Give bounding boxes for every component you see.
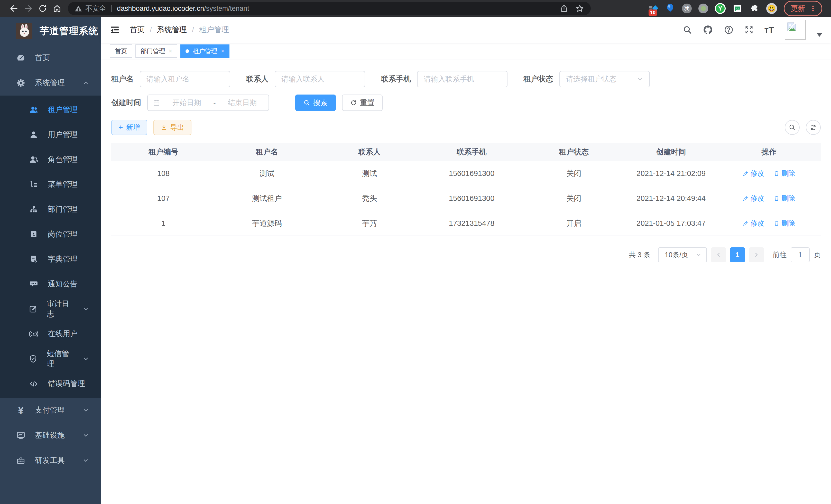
browser-home-icon[interactable] [50, 1, 64, 16]
page-size-select[interactable]: 10条/页 [658, 247, 707, 262]
search-button[interactable]: 搜索 [295, 94, 336, 111]
github-icon[interactable] [703, 25, 713, 35]
sidebar-item-roles[interactable]: 角色管理 [0, 147, 101, 172]
sidebar-item-label: 审计日志 [47, 299, 73, 319]
sidebar-item-dev-tools[interactable]: 研发工具 [0, 448, 101, 473]
breadcrumb-system[interactable]: 系统管理 [157, 25, 187, 35]
tab-label: 租户管理 [193, 47, 218, 55]
tab-home[interactable]: 首页 [110, 45, 132, 58]
address-bar[interactable]: 不安全 dashboard.yudao.iocoder.cn/system/te… [68, 2, 591, 15]
sidebar-item-label: 系统管理 [35, 78, 65, 88]
close-icon[interactable]: × [221, 48, 224, 55]
sidebar-item-users[interactable]: 用户管理 [0, 122, 101, 147]
status-select-input[interactable] [566, 75, 636, 83]
sidebar-item-infrastructure[interactable]: 基础设施 [0, 423, 101, 448]
breadcrumb-separator: / [192, 26, 194, 34]
active-tab-dot [185, 49, 189, 53]
cell-contact: 芋艿 [318, 211, 421, 236]
extension-kami-icon[interactable]: 10 [648, 3, 658, 13]
table-header-row: 租户编号 租户名 联系人 联系手机 租户状态 创建时间 操作 [111, 143, 821, 161]
tab-tenant[interactable]: 租户管理 × [180, 45, 229, 58]
tab-dept[interactable]: 部门管理 × [136, 45, 177, 58]
hide-search-button[interactable] [785, 120, 800, 135]
edit-link[interactable]: 修改 [743, 169, 764, 178]
mobile-input[interactable] [424, 75, 501, 83]
chevron-down-icon [83, 356, 89, 362]
chevron-down-icon [83, 457, 89, 464]
sidebar-item-home[interactable]: 首页 [0, 45, 101, 70]
delete-link[interactable]: 删除 [773, 194, 795, 203]
security-warning-icon[interactable] [75, 5, 82, 12]
goto-page-input[interactable] [791, 247, 810, 262]
table-row: 107 测试租户 秃头 15601691300 关闭 2021-12-14 20… [111, 186, 821, 211]
extension-command-icon[interactable]: ⌘ [682, 4, 692, 13]
browser-update-button[interactable]: 更新 [784, 1, 822, 16]
filter-label-mobile: 联系手机 [381, 74, 417, 84]
refresh-table-button[interactable] [806, 120, 821, 135]
pagination: 共 3 条 10条/页 1 前往 页 [111, 247, 821, 262]
sidebar-item-online-users[interactable]: 在线用户 [0, 321, 101, 346]
search-icon[interactable] [683, 25, 692, 34]
delete-link[interactable]: 删除 [773, 169, 795, 178]
add-button[interactable]: + 新增 [111, 120, 147, 135]
page-number-1[interactable]: 1 [730, 247, 745, 262]
close-icon[interactable]: × [169, 48, 172, 55]
breadcrumb-home[interactable]: 首页 [130, 25, 145, 35]
tenant-name-input-wrap [140, 71, 230, 87]
font-size-icon[interactable]: тT [765, 25, 774, 35]
avatar-dropdown-caret[interactable] [816, 33, 822, 37]
extension-y-icon[interactable]: Y [715, 3, 726, 14]
dictionary-icon [29, 255, 38, 264]
sidebar-item-system[interactable]: 系统管理 [0, 70, 101, 95]
user-icon [29, 130, 38, 139]
sidebar-item-posts[interactable]: 岗位管理 [0, 222, 101, 246]
bookmark-star-icon[interactable] [575, 4, 584, 13]
edit-link[interactable]: 修改 [743, 218, 764, 228]
edit-link[interactable]: 修改 [743, 194, 764, 203]
sidebar-item-audit-log[interactable]: 审计日志 [0, 296, 101, 321]
table-row: 108 测试 测试 15601691300 关闭 2021-12-14 21:0… [111, 161, 821, 186]
extension-badge: 10 [649, 9, 657, 16]
search-icon [304, 99, 310, 106]
app-logo-image [16, 23, 32, 39]
sidebar-item-payment[interactable]: ¥ 支付管理 [0, 398, 101, 423]
sidebar-collapse-icon[interactable] [110, 25, 120, 35]
extension-recorder-icon[interactable] [698, 4, 708, 13]
sidebar-logo-row[interactable]: 芋道管理系统 [0, 17, 101, 45]
browser-forward-icon[interactable] [21, 1, 35, 16]
sidebar-item-tenant[interactable]: 租户管理 [0, 97, 101, 122]
online-signal-icon [29, 329, 38, 338]
next-page-button[interactable] [749, 247, 764, 262]
status-select[interactable] [560, 71, 650, 87]
create-time-range-picker[interactable]: 开始日期 - 结束日期 [147, 94, 269, 111]
user-avatar[interactable] [785, 20, 806, 40]
delete-link[interactable]: 删除 [773, 218, 795, 228]
reset-button[interactable]: 重置 [342, 94, 382, 111]
extension-balloon-icon[interactable] [665, 3, 675, 13]
trash-icon [773, 170, 780, 176]
tenants-icon [29, 105, 38, 114]
browser-reload-icon[interactable] [35, 1, 50, 16]
extension-chat-icon[interactable] [732, 3, 743, 13]
fullscreen-icon[interactable] [744, 25, 754, 34]
chevron-left-icon [715, 251, 722, 258]
filter-label-tenant-name: 租户名 [111, 74, 140, 84]
contact-input[interactable] [281, 75, 359, 83]
tenant-name-input[interactable] [146, 75, 224, 83]
browser-back-icon[interactable] [7, 1, 21, 16]
sidebar-item-menus[interactable]: 菜单管理 [0, 172, 101, 197]
sidebar-item-error-code[interactable]: 错误码管理 [0, 371, 101, 396]
chevron-down-icon [695, 252, 702, 258]
prev-page-button[interactable] [711, 247, 726, 262]
share-icon[interactable] [560, 4, 568, 12]
profile-avatar[interactable]: 😃 [766, 3, 777, 14]
extensions-puzzle-icon[interactable] [749, 3, 760, 13]
export-button[interactable]: 导出 [153, 120, 192, 135]
sidebar-item-dict[interactable]: 字典管理 [0, 246, 101, 271]
sidebar-item-sms[interactable]: 短信管理 [0, 346, 101, 371]
sidebar-item-label: 在线用户 [48, 329, 78, 339]
tenant-table: 租户编号 租户名 联系人 联系手机 租户状态 创建时间 操作 108 测试 测试 [111, 143, 821, 236]
sidebar-item-departments[interactable]: 部门管理 [0, 197, 101, 222]
help-icon[interactable] [724, 25, 734, 35]
sidebar-item-notice[interactable]: 通知公告 [0, 271, 101, 296]
